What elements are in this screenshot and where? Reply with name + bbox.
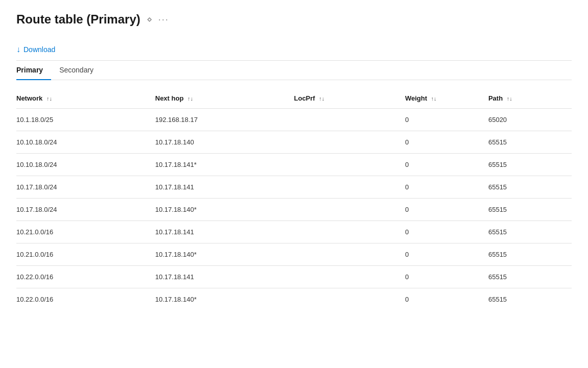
table-row: 10.10.18.0/2410.17.18.140065515 <box>16 131 572 154</box>
cell-path: 65515 <box>488 199 572 221</box>
cell-weight: 0 <box>405 154 488 176</box>
cell-network: 10.21.0.0/16 <box>16 243 155 266</box>
cell-path: 65515 <box>488 288 572 311</box>
cell-locprf <box>294 109 405 131</box>
col-header-locprf[interactable]: LocPrf ↑↓ <box>294 88 405 109</box>
cell-nexthop: 10.17.18.140* <box>155 243 294 266</box>
table-header-row: Network ↑↓ Next hop ↑↓ LocPrf ↑↓ Weight … <box>16 88 572 109</box>
cell-nexthop: 10.17.18.141 <box>155 176 294 199</box>
table-row: 10.1.18.0/25192.168.18.17065020 <box>16 109 572 131</box>
cell-network: 10.10.18.0/24 <box>16 154 155 176</box>
cell-path: 65020 <box>488 109 572 131</box>
cell-nexthop: 10.17.18.140* <box>155 199 294 221</box>
toolbar: ↓ Download <box>16 39 572 61</box>
pin-icon[interactable]: ⋄ <box>147 14 152 25</box>
col-header-nexthop[interactable]: Next hop ↑↓ <box>155 88 294 109</box>
col-header-path[interactable]: Path ↑↓ <box>488 88 572 109</box>
col-header-weight[interactable]: Weight ↑↓ <box>405 88 488 109</box>
table-row: 10.10.18.0/2410.17.18.141*065515 <box>16 154 572 176</box>
cell-locprf <box>294 199 405 221</box>
sort-icon-weight[interactable]: ↑↓ <box>431 95 437 102</box>
cell-nexthop: 192.168.18.17 <box>155 109 294 131</box>
cell-nexthop: 10.17.18.141* <box>155 154 294 176</box>
cell-weight: 0 <box>405 221 488 243</box>
cell-locprf <box>294 288 405 311</box>
cell-locprf <box>294 266 405 288</box>
cell-weight: 0 <box>405 288 488 311</box>
cell-weight: 0 <box>405 131 488 154</box>
cell-path: 65515 <box>488 266 572 288</box>
table-row: 10.21.0.0/1610.17.18.141065515 <box>16 221 572 243</box>
cell-weight: 0 <box>405 199 488 221</box>
cell-weight: 0 <box>405 243 488 266</box>
table-row: 10.17.18.0/2410.17.18.141065515 <box>16 176 572 199</box>
cell-network: 10.22.0.0/16 <box>16 266 155 288</box>
table-row: 10.22.0.0/1610.17.18.140*065515 <box>16 288 572 311</box>
cell-network: 10.10.18.0/24 <box>16 131 155 154</box>
cell-weight: 0 <box>405 109 488 131</box>
cell-nexthop: 10.17.18.140 <box>155 131 294 154</box>
download-label: Download <box>23 45 55 54</box>
cell-path: 65515 <box>488 131 572 154</box>
page-title: Route table (Primary) <box>16 12 140 27</box>
cell-network: 10.1.18.0/25 <box>16 109 155 131</box>
cell-weight: 0 <box>405 176 488 199</box>
sort-icon-nexthop[interactable]: ↑↓ <box>187 95 193 102</box>
download-icon: ↓ <box>16 45 20 54</box>
table-row: 10.22.0.0/1610.17.18.141065515 <box>16 266 572 288</box>
cell-path: 65515 <box>488 221 572 243</box>
cell-nexthop: 10.17.18.140* <box>155 288 294 311</box>
cell-path: 65515 <box>488 176 572 199</box>
col-header-network[interactable]: Network ↑↓ <box>16 88 155 109</box>
sort-icon-path[interactable]: ↑↓ <box>507 95 512 102</box>
cell-network: 10.21.0.0/16 <box>16 221 155 243</box>
sort-icon-locprf[interactable]: ↑↓ <box>319 95 324 102</box>
cell-locprf <box>294 221 405 243</box>
cell-network: 10.17.18.0/24 <box>16 176 155 199</box>
sort-icon-network[interactable]: ↑↓ <box>46 95 52 102</box>
download-button[interactable]: ↓ Download <box>16 43 55 56</box>
table-body: 10.1.18.0/25192.168.18.1706502010.10.18.… <box>16 109 572 311</box>
cell-nexthop: 10.17.18.141 <box>155 221 294 243</box>
cell-network: 10.17.18.0/24 <box>16 199 155 221</box>
cell-locprf <box>294 131 405 154</box>
cell-network: 10.22.0.0/16 <box>16 288 155 311</box>
cell-locprf <box>294 176 405 199</box>
table-row: 10.17.18.0/2410.17.18.140*065515 <box>16 199 572 221</box>
tab-secondary[interactable]: Secondary <box>51 61 102 80</box>
page-title-container: Route table (Primary) ⋄ ··· <box>16 12 572 27</box>
cell-locprf <box>294 154 405 176</box>
cell-path: 65515 <box>488 243 572 266</box>
table-row: 10.21.0.0/1610.17.18.140*065515 <box>16 243 572 266</box>
more-icon[interactable]: ··· <box>158 14 169 25</box>
tab-primary[interactable]: Primary <box>16 61 51 80</box>
cell-weight: 0 <box>405 266 488 288</box>
tabs-container: Primary Secondary <box>16 61 572 80</box>
cell-locprf <box>294 243 405 266</box>
route-table: Network ↑↓ Next hop ↑↓ LocPrf ↑↓ Weight … <box>16 88 572 310</box>
cell-path: 65515 <box>488 154 572 176</box>
cell-nexthop: 10.17.18.141 <box>155 266 294 288</box>
